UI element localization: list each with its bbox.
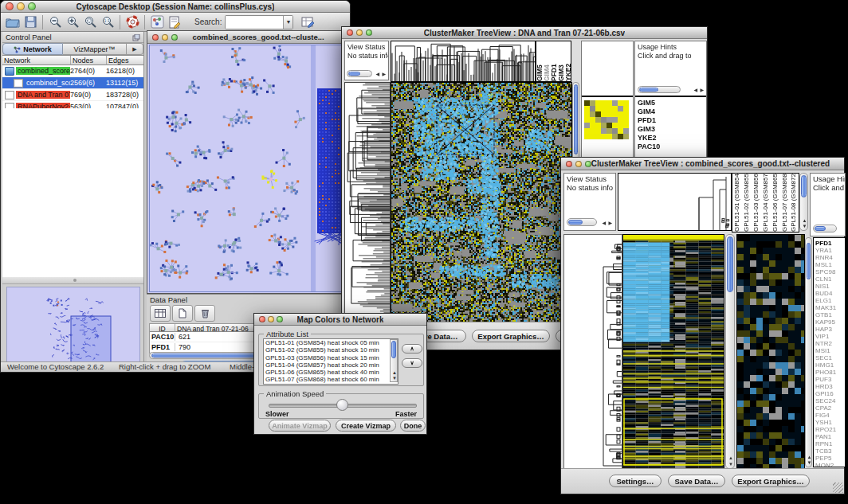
scroll-up-arrow[interactable]: ▲ <box>392 370 397 375</box>
search-input[interactable] <box>226 16 283 29</box>
splitter-handle[interactable] <box>2 277 143 284</box>
col-header-edges[interactable]: Edges <box>107 56 143 65</box>
move-up-button[interactable]: ∧ <box>402 344 422 354</box>
column-label[interactable]: GPL51-04 (GSM857) <box>762 174 769 232</box>
scroll-right-arrow[interactable]: ▶ <box>382 72 386 76</box>
birdseye-canvas[interactable] <box>7 287 138 362</box>
scroll-up-arrow[interactable]: ▲ <box>803 218 807 223</box>
create-vizmap-button[interactable]: Create Vizmap <box>336 420 396 432</box>
birdseye-view[interactable] <box>6 287 140 365</box>
cytoscape-titlebar[interactable]: Cytoscape Desktop (Session Name: collins… <box>1 1 350 13</box>
attribute-item[interactable]: GPL51-07 (GSM868) heat shock 60 min <box>264 376 390 383</box>
zoom-button[interactable] <box>277 316 283 322</box>
network-canvas[interactable] <box>149 45 348 292</box>
column-label[interactable]: GPL51-03 (GSM856) <box>752 174 760 232</box>
network-list-row[interactable]: DNA and Tran 07769(0)183728(0) <box>2 89 143 101</box>
zoom-button[interactable] <box>171 34 178 41</box>
resize-grip[interactable] <box>833 483 843 493</box>
row-label[interactable]: GIM5 <box>636 99 706 107</box>
minimize-button[interactable] <box>17 2 25 10</box>
scroll-up-arrow[interactable]: ▲ <box>807 455 812 459</box>
tv1-zoom-matrix[interactable] <box>584 100 629 139</box>
lifesaver-help-icon[interactable] <box>124 15 140 29</box>
scroll-thumb[interactable] <box>801 175 807 197</box>
new-attribute-icon[interactable] <box>172 305 193 322</box>
scroll-down-arrow[interactable]: ▼ <box>728 462 733 467</box>
gene-label[interactable]: YRA1 <box>815 247 845 254</box>
zoom-button[interactable] <box>28 2 36 10</box>
zoom-selected-icon[interactable] <box>82 15 98 29</box>
attribute-item[interactable]: GPL51-03 (GSM856) heat shock 15 min <box>264 354 390 361</box>
scroll-down-arrow[interactable]: ▼ <box>803 224 807 229</box>
delete-attribute-icon[interactable] <box>194 305 215 322</box>
scroll-left-arrow[interactable]: ◀ <box>602 221 606 225</box>
tab-network[interactable]: Network <box>2 43 63 55</box>
float-panel-icon[interactable] <box>132 30 140 45</box>
save-icon[interactable] <box>22 15 38 29</box>
gene-label[interactable]: TCB3 <box>815 447 845 455</box>
row-label[interactable]: PFD1 <box>636 116 706 125</box>
gene-label[interactable]: RPN1 <box>815 440 845 447</box>
close-button[interactable] <box>259 316 265 322</box>
gene-label[interactable]: HMG1 <box>815 361 845 369</box>
export-graphics-button[interactable]: Export Graphics… <box>732 475 810 487</box>
gene-label[interactable]: FIG4 <box>815 412 845 419</box>
gene-label[interactable]: MSI1 <box>815 347 845 354</box>
gene-label[interactable]: NIS1 <box>815 283 845 290</box>
dialog-titlebar[interactable]: Map Colors to Network <box>254 314 426 326</box>
zoom-fit-icon[interactable]: 1:1 <box>100 15 116 29</box>
view-status-scrollbar[interactable] <box>567 218 597 226</box>
scroll-thumb[interactable] <box>807 243 811 279</box>
gene-label[interactable]: SEC24 <box>815 397 845 404</box>
network-list-empty-area[interactable] <box>2 108 143 278</box>
attribute-item[interactable]: GPL51-06 (GSM865) heat shock 40 min <box>264 369 390 376</box>
usage-hints-scrollbar[interactable] <box>638 86 681 93</box>
row-label[interactable]: GIM4 <box>636 107 706 116</box>
scroll-right-arrow[interactable]: ▶ <box>700 88 704 92</box>
gene-label[interactable]: RPO21 <box>815 426 845 433</box>
gene-label[interactable]: GPI16 <box>815 390 845 397</box>
tv1-column-dendrogram[interactable] <box>391 41 536 82</box>
view-status-scrollbar[interactable] <box>347 70 372 77</box>
gene-label[interactable]: MAK31 <box>815 304 845 311</box>
gene-label[interactable]: GTB1 <box>815 311 845 318</box>
scroll-thumb[interactable] <box>639 88 658 92</box>
animate-vizmap-button[interactable]: Animate Vizmap <box>269 420 331 432</box>
tv1-row-dendrogram[interactable] <box>344 82 391 322</box>
zoom-in-icon[interactable] <box>65 15 80 29</box>
tv2-heatmap[interactable] <box>622 234 724 469</box>
export-graphics-button[interactable]: Export Graphics… <box>472 330 550 342</box>
treeview-dna-titlebar[interactable]: ClusterMaker TreeView : DNA and Tran 07-… <box>342 27 707 39</box>
column-label[interactable]: GPL51-07 (GSM868) <box>781 174 788 232</box>
zoom-out-icon[interactable] <box>47 15 63 29</box>
gene-label[interactable]: SPC98 <box>815 268 845 275</box>
gene-label[interactable]: PFD1 <box>815 240 845 247</box>
close-button[interactable] <box>566 161 572 167</box>
scroll-left-arrow[interactable]: ◀ <box>693 88 697 92</box>
tv2-genelist-vscrollbar[interactable]: ▲ ▼ <box>805 237 812 467</box>
gene-label[interactable]: PAN1 <box>815 433 845 440</box>
gene-label[interactable]: NTR2 <box>815 340 845 347</box>
move-down-button[interactable]: ∨ <box>402 358 422 368</box>
gene-label[interactable]: BUD4 <box>815 290 845 297</box>
attribute-item[interactable]: GPL51-02 (GSM855) heat shock 10 min <box>264 346 390 354</box>
scroll-left-arrow[interactable]: ◀ <box>375 72 379 76</box>
zoom-button[interactable] <box>585 161 591 167</box>
column-label[interactable]: GPL51-02 (GSM855) <box>743 174 750 232</box>
col-header-network[interactable]: Network <box>2 56 71 65</box>
tv1-heatmap[interactable] <box>391 82 572 322</box>
scroll-thumb[interactable] <box>727 236 733 292</box>
tv2-zoom-heatmap[interactable] <box>736 234 805 469</box>
network-list-row[interactable]: combined_sco2569(6)13112(15) <box>2 77 143 89</box>
gene-label[interactable]: RNR4 <box>815 254 845 261</box>
speed-slider-thumb[interactable] <box>336 399 348 411</box>
annotation-icon[interactable] <box>167 15 183 29</box>
scroll-thumb[interactable] <box>348 72 360 76</box>
tab-overflow-button[interactable]: ▶ <box>127 43 143 55</box>
minimize-button[interactable] <box>356 29 363 36</box>
minimize-button[interactable] <box>268 316 274 322</box>
gene-label[interactable]: SEC1 <box>815 354 845 361</box>
column-label[interactable]: YKE2 <box>565 41 571 81</box>
tab-vizmapper[interactable]: VizMapper™ <box>63 43 127 55</box>
usage-hints-scrollbar[interactable] <box>813 225 837 232</box>
